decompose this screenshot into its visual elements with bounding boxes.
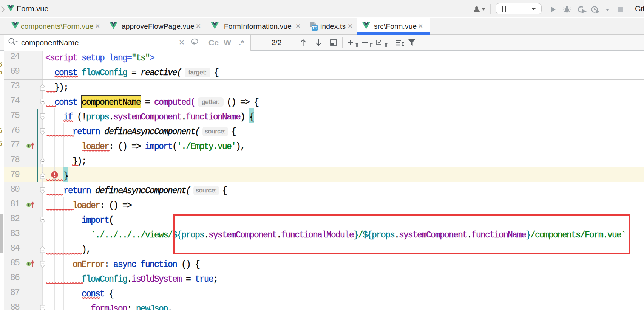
- svg-text:TS: TS: [312, 26, 317, 30]
